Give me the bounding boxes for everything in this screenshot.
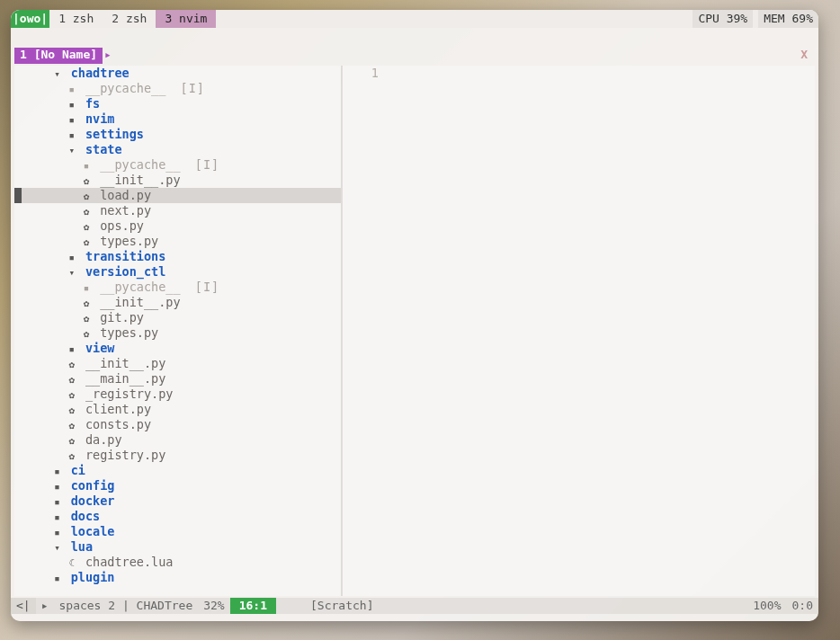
statusline-percent-left: 32% (198, 598, 229, 614)
tree-row[interactable]: ▪ plugin (14, 570, 341, 585)
tree-row[interactable]: ✿ __main__.py (14, 371, 341, 387)
folder-icon: ▪ (51, 464, 64, 479)
tree-row[interactable]: ▪ ci (14, 463, 341, 478)
cursor-indicator (14, 188, 22, 203)
tab-close-icon[interactable]: X (793, 48, 815, 64)
tree-row[interactable]: ✿ next.py (14, 203, 341, 218)
tree-row[interactable]: ▪ locale (14, 524, 341, 539)
tree-row[interactable]: ✿ types.py (14, 234, 341, 249)
tree-row[interactable]: ✿ _registry.py (14, 387, 341, 402)
file-icon: ✿ (66, 403, 78, 418)
tree-item-name: registry.py (85, 448, 165, 462)
ignore-tag: [I] (195, 157, 219, 172)
folder-icon: ▾ (51, 540, 64, 556)
tree-item-name: ci (71, 463, 85, 477)
tree-item-name: chadtree.lua (85, 555, 174, 569)
tree-row[interactable]: ▪ docker (14, 493, 341, 509)
tree-row[interactable]: ✿ client.py (14, 402, 341, 417)
vim-tab-1[interactable]: 1 [No Name] (14, 48, 103, 64)
file-icon: ✿ (80, 296, 93, 311)
tree-row[interactable]: ✿ __init__.py (14, 173, 341, 188)
tree-item-name: chadtree (71, 66, 130, 80)
vim-tabline: 1 [No Name] ▸ X (14, 48, 815, 64)
folder-icon: ▪ (80, 280, 93, 296)
tree-item-name: nvim (85, 111, 115, 126)
editor-pane[interactable]: 1 (343, 66, 815, 596)
folder-icon: ▪ (51, 494, 64, 510)
tree-item-name: docs (71, 509, 101, 523)
tree-item-name: __init__.py (100, 295, 180, 309)
tmux-tab-1[interactable]: 1 zsh (49, 10, 103, 28)
tree-item-name: consts.py (85, 417, 151, 431)
line-number-gutter: 1 (343, 66, 388, 596)
statusline: <| ▸ spaces 2 | CHADTree 32% 16:1 [Scrat… (11, 598, 818, 614)
file-icon: ✿ (80, 189, 93, 204)
tree-row[interactable]: ✿ registry.py (14, 448, 341, 463)
tree-row[interactable]: ✿ git.py (14, 310, 341, 325)
tree-row[interactable]: ✿ types.py (14, 325, 341, 341)
tree-item-name: da.py (85, 432, 122, 447)
statusline-mode: <| (11, 598, 36, 614)
statusline-position-right: 0:0 (787, 598, 818, 614)
tree-row[interactable]: ▪ __pycache__ [I] (14, 157, 341, 173)
folder-icon: ▪ (66, 97, 78, 112)
tree-item-name: __main__.py (85, 371, 165, 386)
tree-row[interactable]: ▪ config (14, 478, 341, 493)
tree-row[interactable]: ▪ view (14, 341, 341, 356)
folder-icon: ▪ (51, 525, 64, 540)
tree-item-name: fs (85, 96, 100, 111)
tree-row[interactable]: ▪ __pycache__ [I] (14, 81, 341, 96)
tree-item-name: __init__.py (100, 173, 180, 187)
tree-row[interactable]: ▾ chadtree (14, 66, 341, 81)
tree-row[interactable]: ▪ __pycache__ [I] (14, 280, 341, 295)
tree-row[interactable]: ▪ settings (14, 127, 341, 142)
folder-icon: ▪ (66, 342, 78, 357)
folder-icon: ▪ (51, 510, 64, 525)
tree-item-name: git.py (100, 310, 144, 324)
tree-row[interactable]: ▾ lua (14, 539, 341, 555)
file-icon: ✿ (80, 326, 93, 342)
tabline-separator-icon: ▸ (103, 48, 112, 64)
tree-item-name: settings (85, 127, 144, 141)
tree-row[interactable]: ✿ load.py (14, 188, 341, 203)
folder-icon: ▪ (66, 128, 78, 143)
tree-item-name: transitions (85, 249, 165, 263)
file-icon: ✿ (66, 433, 78, 449)
tree-row[interactable]: ▪ fs (14, 96, 341, 111)
tree-item-name: __pycache__ (100, 280, 180, 294)
tree-row[interactable]: ▪ docs (14, 509, 341, 524)
tree-row[interactable]: ▪ transitions (14, 249, 341, 264)
file-icon: ✿ (66, 418, 78, 433)
tree-row[interactable]: ▪ nvim (14, 111, 341, 127)
tree-item-name: types.py (100, 325, 158, 340)
tree-item-name: version_ctl (85, 264, 165, 279)
tree-row[interactable]: ▾ state (14, 142, 341, 157)
tree-row[interactable]: ✿ __init__.py (14, 295, 341, 310)
folder-icon: ▪ (66, 250, 78, 265)
tree-row[interactable]: ✿ da.py (14, 432, 341, 448)
tmux-session-name: |owo| (11, 10, 49, 28)
tmux-tab-2[interactable]: 2 zsh (103, 10, 156, 28)
tree-item-name: _registry.py (85, 387, 174, 401)
chadtree-sidebar[interactable]: ▾ chadtree ▪ __pycache__ [I] ▪ fs ▪ nvim… (14, 66, 343, 596)
cpu-stat: CPU 39% (693, 10, 753, 28)
tree-row[interactable]: ▾ version_ctl (14, 264, 341, 280)
tree-row[interactable]: ✿ consts.py (14, 417, 341, 432)
folder-icon: ▪ (66, 82, 78, 97)
tree-row[interactable]: ✿ __init__.py (14, 356, 341, 371)
tree-item-name: load.py (100, 188, 151, 202)
folder-icon: ▪ (66, 112, 78, 128)
file-icon: ✿ (80, 311, 93, 326)
line-number: 1 (343, 66, 379, 81)
tree-item-name: __pycache__ (100, 157, 180, 172)
folder-icon: ▾ (66, 143, 78, 158)
tree-item-name: next.py (100, 203, 151, 218)
tmux-tab-3[interactable]: 3 nvim (156, 10, 216, 28)
file-icon: ✿ (80, 219, 93, 235)
tree-item-name: locale (71, 524, 115, 538)
statusline-percent-right: 100% (747, 598, 786, 614)
tree-row[interactable]: ☾ chadtree.lua (14, 555, 341, 570)
file-icon: ✿ (66, 449, 78, 464)
tree-item-name: config (71, 478, 115, 493)
tree-row[interactable]: ✿ ops.py (14, 218, 341, 234)
